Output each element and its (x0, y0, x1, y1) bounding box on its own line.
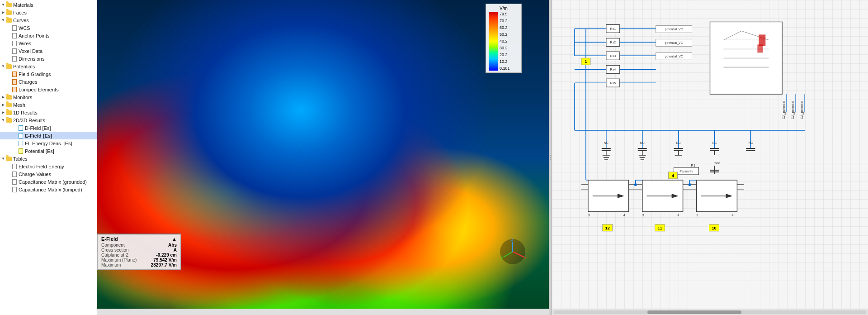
sidebar-label-1d: 1D Results (13, 109, 38, 116)
svg-text:potential_VC: potential_VC (665, 41, 683, 45)
info-cross-label: Cross section (101, 248, 129, 253)
file-icon-potential-es (18, 148, 24, 154)
svg-text:CA_potential: CA_potential (791, 101, 795, 119)
svg-rect-41 (757, 44, 763, 52)
legend-val-8: 0.181 (500, 66, 510, 71)
sidebar-item-lumped-elements[interactable]: ▶ Lumped Elements (0, 86, 97, 93)
expand-monitors[interactable]: ▶ (1, 95, 5, 100)
sidebar-item-wcs[interactable]: ▶ WCS (0, 24, 97, 32)
file-icon-el-energy (18, 140, 24, 147)
svg-text:NC: NC (604, 141, 609, 144)
sidebar-item-e-field[interactable]: ▶ E-Field [Es] (0, 132, 97, 139)
expand-materials[interactable]: ▼ (1, 3, 5, 7)
info-component-label: Component (101, 243, 125, 248)
sidebar-item-d-field[interactable]: ▶ D-Field [Es] (0, 124, 97, 132)
sidebar-item-2d3d-results[interactable]: ▼ 2D/3D Results (0, 116, 97, 124)
sidebar-label-dimensions: Dimensions (19, 55, 44, 62)
sidebar-item-materials[interactable]: ▼ Materials (0, 1, 97, 9)
sidebar-item-electric-field-energy[interactable]: ▶ Electric Field Energy (0, 162, 97, 170)
expand-2d3d[interactable]: ▼ (1, 118, 5, 123)
sidebar-item-1d-results[interactable]: ▶ 1D Results (0, 109, 97, 116)
sidebar-item-charge-values[interactable]: ▶ Charge Values (0, 170, 97, 178)
file-icon-cap-lumped (11, 186, 18, 193)
sidebar-item-voxel-data[interactable]: ▶ Voxel Data (0, 47, 97, 55)
sidebar-item-monitors[interactable]: ▶ Monitors (0, 93, 97, 101)
svg-text:1: 1 (585, 59, 587, 64)
svg-text:3: 3 (697, 214, 698, 217)
sidebar-item-cap-matrix-grounded[interactable]: ▶ Capacitance Matrix (grounded) (0, 178, 97, 186)
expand-1d[interactable]: ▶ (1, 110, 5, 115)
sidebar-label-curves: Curves (13, 17, 29, 24)
svg-text:4: 4 (672, 173, 674, 178)
svg-text:CA_potential: CA_potential (782, 101, 786, 119)
file-icon-wcs (11, 25, 18, 31)
legend-val-1: 70.2 (500, 19, 510, 23)
info-close-icon[interactable]: ▲ (172, 236, 177, 242)
info-cutplane-label: Cutplane at Z (101, 253, 128, 258)
main-view-scrollbar[interactable] (97, 309, 549, 315)
sidebar-item-anchor-points[interactable]: ▶ Anchor Points (0, 32, 97, 39)
file-icon-charge-values (11, 171, 18, 177)
sidebar-item-tables[interactable]: ▼ Tables (0, 155, 97, 162)
svg-text:z: z (511, 238, 514, 242)
circuit-svg: Rx1 Rx2 Rx3 Rx4 Rx5 potential_VC potenti… (552, 0, 868, 315)
folder-icon-potentials (6, 63, 12, 70)
sidebar-item-potentials[interactable]: ▼ Potentials (0, 62, 97, 70)
sidebar-item-cap-matrix-lumped[interactable]: ▶ Capacitance Matrix (lumped) (0, 186, 97, 193)
sidebar-label-monitors: Monitors (13, 94, 32, 101)
expand-curves[interactable]: ▼ (1, 18, 5, 23)
svg-text:potential_VC: potential_VC (665, 55, 683, 58)
sidebar-item-field-gradings[interactable]: ▶ Field Gradings (0, 70, 97, 78)
legend-val-4: 40.2 (500, 39, 510, 43)
svg-text:4: 4 (731, 214, 733, 217)
sidebar-item-potential-es[interactable]: ▶ Potential [Es] (0, 147, 97, 155)
sidebar-label-materials: Materials (13, 1, 33, 9)
svg-text:Rx5: Rx5 (610, 81, 616, 85)
folder-icon-monitors (6, 94, 12, 100)
file-icon-charges (11, 79, 18, 85)
scrollbar-track[interactable] (554, 310, 866, 314)
axis-indicator: x y z (499, 238, 526, 265)
sidebar-item-charges[interactable]: ▶ Charges (0, 78, 97, 86)
sidebar: ▼ Materials ▶ Faces ▼ Curves ▶ WCS ▶ Anc… (0, 0, 97, 315)
expand-mesh[interactable]: ▶ (1, 103, 5, 107)
file-icon-voxel (11, 48, 18, 54)
svg-text:4: 4 (623, 214, 625, 217)
svg-text:x: x (525, 255, 526, 260)
sidebar-item-faces[interactable]: ▶ Faces (0, 9, 97, 16)
sidebar-label-lumped: Lumped Elements (19, 86, 59, 93)
svg-text:NC: NC (748, 141, 753, 144)
expand-tables[interactable]: ▼ (1, 157, 5, 161)
info-row-component: Component Abs (101, 243, 177, 248)
sidebar-item-el-energy[interactable]: ▶ El. Energy Dens. [Es] (0, 139, 97, 147)
info-row-cutplane: Cutplane at Z -0.229 cm (101, 253, 177, 258)
svg-text:CxIn: CxIn (713, 162, 720, 165)
sidebar-item-wires[interactable]: ▶ Wires (0, 39, 97, 47)
right-panel-scrollbar[interactable] (552, 309, 868, 315)
legend-unit: V/m (489, 6, 519, 11)
simulation-canvas[interactable]: V/m 79.5 70.2 60.2 50.2 40.2 30.2 20.2 1… (97, 0, 549, 315)
scrollbar-thumb[interactable] (647, 310, 741, 314)
legend-val-2: 60.2 (500, 25, 510, 30)
svg-text:3: 3 (588, 214, 590, 217)
right-circuit-panel[interactable]: Rx1 Rx2 Rx3 Rx4 Rx5 potential_VC potenti… (552, 0, 868, 315)
sidebar-label-efe: Electric Field Energy (19, 163, 64, 170)
info-component-value: Abs (168, 243, 177, 248)
sidebar-item-curves[interactable]: ▼ Curves (0, 16, 97, 24)
sidebar-label-el-energy: El. Energy Dens. [Es] (25, 140, 72, 147)
sidebar-label-field-gradings: Field Gradings (19, 71, 51, 78)
file-icon-e-field (18, 133, 24, 139)
circuit-canvas[interactable]: Rx1 Rx2 Rx3 Rx4 Rx5 potential_VC potenti… (552, 0, 868, 315)
main-3d-view[interactable]: V/m 79.5 70.2 60.2 50.2 40.2 30.2 20.2 1… (97, 0, 549, 315)
sidebar-label-mesh: Mesh (13, 101, 25, 109)
expand-potentials[interactable]: ▼ (1, 64, 5, 69)
sidebar-item-dimensions[interactable]: ▶ Dimensions (0, 55, 97, 62)
info-row-maximum: Maximum 28207.7 V/m (101, 262, 177, 267)
info-max-plane-value: 79.542 V/m (153, 258, 177, 262)
svg-text:potential_VC: potential_VC (665, 28, 683, 31)
sidebar-item-mesh[interactable]: ▶ Mesh (0, 101, 97, 109)
svg-text:CA_potential: CA_potential (800, 101, 804, 119)
folder-icon-1d (6, 110, 12, 116)
expand-faces[interactable]: ▶ (1, 10, 5, 15)
svg-text:P1: P1 (691, 163, 696, 167)
